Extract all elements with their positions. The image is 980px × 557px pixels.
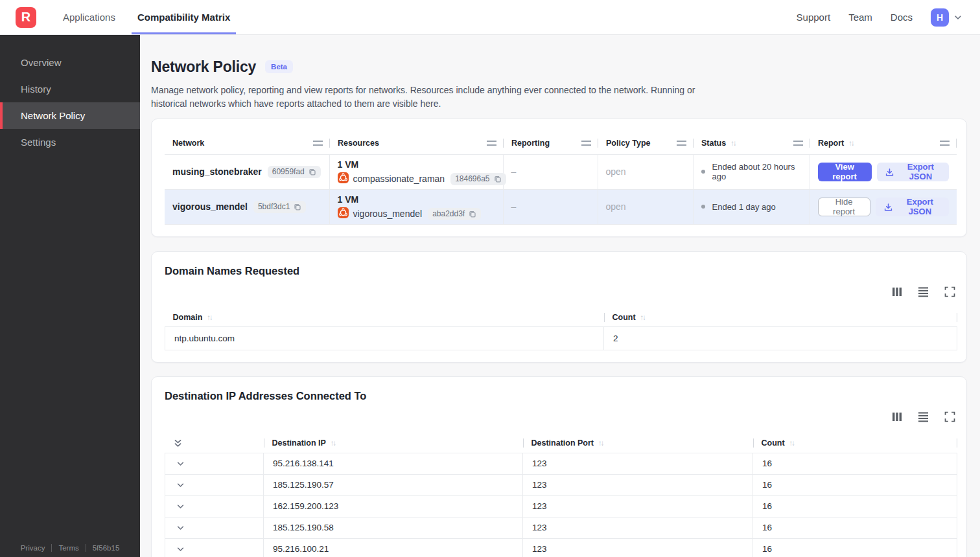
domain-table: Domain Count ntp.ubuntu.com 2 [165,308,957,351]
sort-icon[interactable] [730,139,736,148]
col-network: Network [165,132,329,154]
link-docs[interactable]: Docs [891,12,913,23]
network-name: musing_stonebraker [172,166,262,176]
page-title: Network Policy [151,58,256,75]
hide-report-button[interactable]: Hide report [818,198,870,216]
destination-port-value: 123 [523,495,753,517]
drag-handle-icon[interactable] [793,141,803,146]
chevron-down-icon[interactable] [174,459,255,468]
app-logo[interactable]: R [16,7,36,28]
chevron-down-icon[interactable] [174,502,255,511]
divider [86,544,86,552]
export-json-button[interactable]: Export JSON [876,198,949,216]
table-toolbar [165,411,955,423]
destination-port-value: 123 [523,517,753,538]
primary-tabs: Applications Compatibility Matrix [57,0,246,34]
destination-port-value: 123 [523,474,753,495]
chevron-down-icon[interactable] [174,545,255,554]
sort-icon[interactable] [598,438,603,448]
rows-icon[interactable] [918,286,929,298]
drag-handle-icon[interactable] [313,141,323,146]
download-icon [885,167,894,177]
card-title: Domain Names Requested [165,265,955,277]
sidebar-footer: Privacy Terms 5f56b15 [0,544,140,552]
chevron-down-icon[interactable] [174,523,255,532]
col-count: Count [604,308,957,327]
drag-handle-icon[interactable] [581,141,591,146]
destination-ip-value: 95.216.100.21 [264,538,523,557]
expand-icon[interactable] [944,286,955,298]
topbar-right: Support Team Docs H [797,8,980,27]
sort-icon[interactable] [789,438,795,448]
copy-icon[interactable] [293,203,301,211]
policy-table-header: Network Resources Reporting Policy Type … [165,132,957,154]
page-description: Manage network policy, reporting and vie… [151,84,721,111]
sidebar-item-settings[interactable]: Settings [0,129,140,155]
copy-icon[interactable] [308,168,316,176]
ubuntu-icon [338,207,349,220]
col-expander [165,433,264,453]
destination-ip-card: Destination IP Addresses Connected To De… [151,376,967,557]
status-dot-icon [701,170,705,174]
copy-icon[interactable] [468,210,476,218]
sidebar-item-network-policy[interactable]: Network Policy [0,102,140,129]
ubuntu-icon [338,172,349,185]
topbar: R Applications Compatibility Matrix Supp… [0,0,980,35]
export-json-button[interactable]: Export JSON [877,163,949,181]
sidebar: Overview History Network Policy Settings… [0,35,140,557]
vm-count: 1 VM [338,159,495,170]
avatar[interactable]: H [931,8,949,27]
link-terms[interactable]: Terms [58,544,78,552]
chevron-down-icon[interactable] [953,13,963,22]
sort-icon[interactable] [207,313,212,322]
table-row[interactable]: 95.216.138.141 123 16 [165,453,957,474]
destination-ip-value: 185.125.190.57 [264,474,523,495]
tab-compatibility-matrix[interactable]: Compatibility Matrix [132,0,236,34]
drag-handle-icon[interactable] [677,141,686,146]
col-destination-port: Destination Port [523,433,753,453]
vm-count: 1 VM [338,194,495,205]
sort-icon[interactable] [640,313,646,322]
copy-icon[interactable] [493,175,502,183]
rows-icon[interactable] [918,411,929,423]
sort-icon[interactable] [331,438,336,448]
table-row[interactable]: musing_stonebraker60959fad 1 VM compassi… [165,154,957,189]
sidebar-item-overview[interactable]: Overview [0,49,140,76]
policy-type-value: open [598,189,693,224]
col-resources: Resources [329,132,503,154]
network-id-badge: 60959fad [268,166,321,178]
link-privacy[interactable]: Privacy [21,544,45,552]
table-row[interactable]: 185.125.190.57 123 16 [165,474,957,495]
table-row[interactable]: ntp.ubuntu.com 2 [165,327,957,350]
columns-icon[interactable] [892,286,902,298]
table-row[interactable]: 162.159.200.123 123 16 [165,495,957,517]
columns-icon[interactable] [892,411,902,423]
table-row[interactable]: 185.125.190.58 123 16 [165,517,957,538]
table-row[interactable]: 95.216.100.21 123 16 [165,538,957,557]
network-policy-card: Network Resources Reporting Policy Type … [151,119,967,237]
build-version: 5f56b15 [93,544,120,552]
sort-icon[interactable] [848,139,854,148]
double-chevron-down-icon[interactable] [165,438,264,448]
view-report-button[interactable]: View report [818,163,872,181]
link-team[interactable]: Team [848,12,872,23]
link-support[interactable]: Support [797,12,831,23]
domain-table-header: Domain Count [165,308,957,327]
tab-applications[interactable]: Applications [57,0,121,34]
domain-value: ntp.ubuntu.com [165,327,604,350]
destination-ip-value: 185.125.190.58 [264,517,523,538]
expand-icon[interactable] [944,411,955,423]
table-row-selected[interactable]: vigorous_mendel5bdf3dc1 1 VM vigorous_me… [165,189,957,224]
drag-handle-icon[interactable] [940,141,950,146]
destination-table-header: Destination IP Destination Port Count [165,433,957,453]
chevron-down-icon[interactable] [174,481,255,490]
drag-handle-icon[interactable] [487,141,496,146]
count-value: 2 [604,327,957,350]
status-text: Ended about 20 hours ago [712,162,802,181]
col-status: Status [693,132,810,154]
resource-name: vigorous_mendel [353,209,423,219]
domain-names-card: Domain Names Requested Domain Count ntp.… [151,251,967,363]
sidebar-item-history[interactable]: History [0,76,140,102]
beta-badge: Beta [265,60,293,73]
network-name: vigorous_mendel [172,201,248,211]
